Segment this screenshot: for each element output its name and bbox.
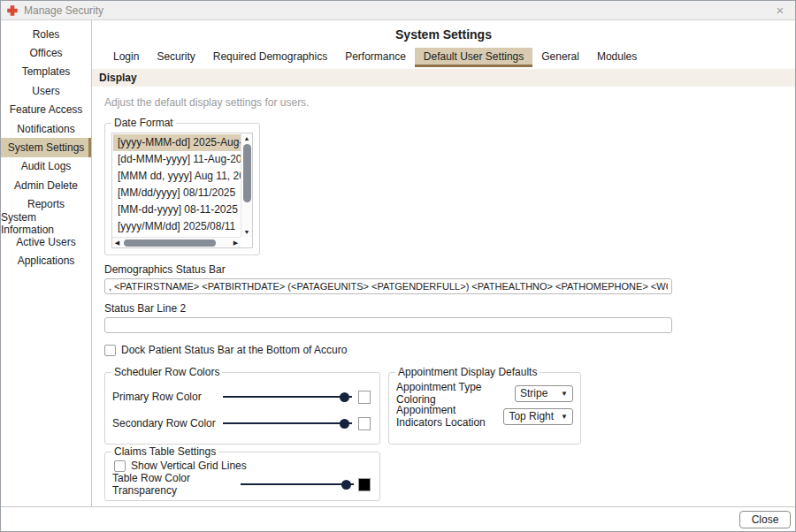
primary-row-color-slider-thumb[interactable] — [340, 392, 349, 402]
show-vertical-grid-lines-row: Show Vertical Grid Lines — [114, 460, 371, 472]
status-bar-line2-input[interactable] — [104, 317, 672, 333]
content-panel: System Settings Login Security Required … — [92, 20, 795, 506]
title-bar: Manage Security × — [1, 1, 795, 20]
window-title: Manage Security — [24, 4, 103, 17]
scroll-up-icon[interactable]: ▲ — [244, 133, 250, 143]
horizontal-scrollbar-thumb[interactable] — [124, 239, 216, 247]
tab-performance[interactable]: Performance — [336, 48, 415, 67]
primary-row-color-row: Primary Row Color — [112, 384, 371, 410]
demographics-status-bar-label: Demographics Status Bar — [104, 263, 795, 276]
dock-status-bar-row: Dock Patient Status Bar at the Bottom of… — [104, 344, 795, 356]
date-format-option[interactable]: [MM/dd/yyyy] 08/11/2025 — [113, 185, 241, 201]
date-format-option[interactable]: [MMM dd, yyyy] Aug 11, 2025 — [113, 168, 241, 185]
tab-security[interactable]: Security — [148, 48, 203, 67]
scroll-right-icon[interactable]: ▶ — [231, 239, 241, 247]
appointment-indicators-location-row: Appointment Indicators Location Top Righ… — [396, 405, 573, 428]
chevron-down-icon: ▼ — [561, 413, 568, 421]
date-format-option[interactable]: [MM-dd-yyyy] 08-11-2025 — [113, 201, 241, 218]
sidebar-item-admin-delete[interactable]: Admin Delete — [1, 176, 91, 194]
sidebar-item-active-users[interactable]: Active Users — [1, 232, 91, 251]
table-row-color-transparency-slider[interactable] — [241, 483, 354, 485]
appointment-indicators-location-value: Top Right — [509, 410, 554, 422]
appointment-indicators-location-select[interactable]: Top Right ▼ — [503, 408, 573, 425]
dock-status-bar-checkbox[interactable] — [104, 345, 116, 356]
secondary-row-color-label: Secondary Row Color — [112, 417, 223, 429]
appointment-display-defaults-group: Appointment Display Defaults Appointment… — [388, 372, 581, 445]
date-format-listbox: [yyyy-MMM-dd] 2025-Aug-11 [dd-MMM-yyyy] … — [111, 133, 253, 248]
chevron-down-icon: ▼ — [561, 390, 568, 398]
date-format-option[interactable]: [yyyy/MM/dd] 2025/08/11 — [113, 218, 241, 235]
tab-required-demographics[interactable]: Required Demographics — [204, 48, 336, 67]
claims-table-settings-group: Claims Table Settings Show Vertical Grid… — [104, 452, 380, 501]
close-button[interactable]: Close — [739, 511, 791, 528]
tab-modules[interactable]: Modules — [588, 48, 646, 67]
demographics-status-bar-input[interactable] — [104, 278, 672, 294]
date-format-option[interactable]: [dd-MMM-yyyy] 11-Aug-2025 — [113, 151, 241, 168]
sidebar-item-users[interactable]: Users — [1, 81, 91, 100]
sidebar-item-offices[interactable]: Offices — [1, 43, 91, 62]
table-row-color-transparency-slider-thumb[interactable] — [341, 480, 351, 490]
settings-groups-row: Scheduler Row Colors Primary Row Color S… — [104, 372, 795, 445]
status-bar-line2-label: Status Bar Line 2 — [104, 302, 795, 315]
section-header-display: Display — [92, 69, 795, 87]
sidebar-item-feature-access[interactable]: Feature Access — [1, 101, 91, 119]
horizontal-scrollbar[interactable]: ◀ ▶ — [112, 237, 241, 247]
tab-bar: Login Security Required Demographics Per… — [92, 48, 795, 67]
sidebar-item-applications[interactable]: Applications — [1, 252, 91, 270]
tab-default-user-settings[interactable]: Default User Settings — [415, 48, 532, 67]
secondary-row-color-slider[interactable] — [223, 422, 352, 424]
secondary-row-color-slider-thumb[interactable] — [340, 419, 349, 429]
page-title: System Settings — [92, 20, 795, 42]
dock-status-bar-label: Dock Patient Status Bar at the Bottom of… — [121, 344, 347, 356]
main-area: Roles Offices Templates Users Feature Ac… — [1, 20, 795, 506]
manage-security-window: Manage Security × Roles Offices Template… — [0, 0, 796, 532]
sidebar-item-notifications[interactable]: Notifications — [1, 119, 91, 138]
primary-row-color-label: Primary Row Color — [112, 391, 223, 403]
scroll-left-icon[interactable]: ◀ — [112, 239, 122, 247]
tab-login[interactable]: Login — [104, 48, 148, 67]
section-description: Adjust the default display settings for … — [104, 96, 795, 109]
secondary-row-color-swatch[interactable] — [358, 417, 371, 430]
sidebar: Roles Offices Templates Users Feature Ac… — [1, 20, 92, 506]
table-row-color-transparency-row: Table Row Color Transparency — [112, 475, 371, 493]
sidebar-item-system-settings[interactable]: System Settings — [1, 138, 91, 156]
sidebar-item-templates[interactable]: Templates — [1, 63, 91, 81]
sidebar-item-roles[interactable]: Roles — [1, 25, 91, 43]
date-format-options: [yyyy-MMM-dd] 2025-Aug-11 [dd-MMM-yyyy] … — [113, 134, 241, 247]
table-row-color-transparency-swatch[interactable] — [358, 478, 371, 491]
primary-row-color-swatch[interactable] — [358, 391, 371, 404]
footer-bar: Close — [1, 506, 795, 531]
sidebar-item-audit-logs[interactable]: Audit Logs — [1, 157, 91, 176]
primary-row-color-slider[interactable] — [223, 396, 352, 398]
claims-table-settings-label: Claims Table Settings — [111, 445, 218, 458]
show-vertical-grid-lines-checkbox[interactable] — [114, 460, 126, 472]
window-close-icon[interactable]: × — [770, 2, 790, 19]
secondary-row-color-row: Secondary Row Color — [112, 410, 371, 437]
date-format-option[interactable]: [yyyy-MMM-dd] 2025-Aug-11 — [113, 134, 241, 151]
vertical-scrollbar-thumb[interactable] — [243, 144, 251, 202]
appointment-indicators-location-label: Appointment Indicators Location — [396, 404, 503, 429]
appointment-type-coloring-row: Appointment Type Coloring Stripe ▼ — [396, 382, 573, 405]
date-format-group-label: Date Format — [111, 117, 176, 129]
app-logo-icon — [6, 4, 19, 17]
table-row-color-transparency-label: Table Row Color Transparency — [112, 472, 241, 497]
show-vertical-grid-lines-label: Show Vertical Grid Lines — [131, 460, 247, 472]
appointment-type-coloring-label: Appointment Type Coloring — [396, 381, 515, 406]
tab-general[interactable]: General — [532, 48, 588, 67]
sidebar-item-system-information[interactable]: System Information — [1, 214, 91, 232]
scheduler-row-colors-group: Scheduler Row Colors Primary Row Color S… — [104, 372, 380, 445]
appointment-type-coloring-select[interactable]: Stripe ▼ — [515, 385, 573, 402]
appointment-type-coloring-value: Stripe — [520, 387, 547, 399]
appointment-display-defaults-label: Appointment Display Defaults — [395, 366, 540, 378]
vertical-scrollbar[interactable]: ▲ ▼ — [241, 133, 252, 237]
scheduler-row-colors-label: Scheduler Row Colors — [111, 366, 222, 378]
scroll-down-icon[interactable]: ▼ — [244, 227, 250, 237]
date-format-group: Date Format [yyyy-MMM-dd] 2025-Aug-11 [d… — [104, 123, 260, 255]
